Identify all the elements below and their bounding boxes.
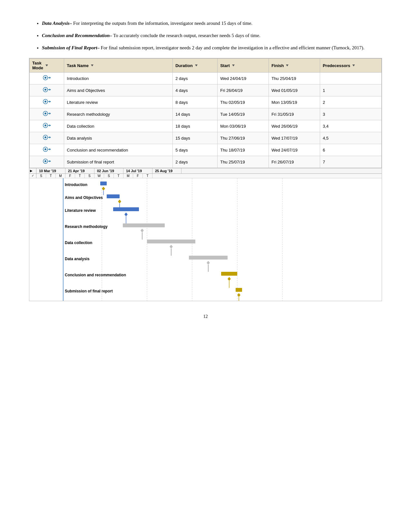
svg-marker-27 <box>49 148 51 150</box>
gantt-table: TaskMode Task Name Duration Start Finish… <box>29 58 382 168</box>
svg-marker-11 <box>49 101 51 103</box>
gantt-table-container: TaskMode Task Name Duration Start Finish… <box>29 58 382 168</box>
task-finish-cell: Wed 01/05/19 <box>269 84 320 96</box>
diamond-8 <box>237 293 240 297</box>
svg-point-5 <box>44 89 46 91</box>
task-duration-cell: 8 days <box>173 96 218 108</box>
task-finish-cell: Mon 13/05/19 <box>269 96 320 108</box>
svg-marker-23 <box>49 136 51 138</box>
svg-point-17 <box>44 124 46 126</box>
task-name-cell: Introduction <box>64 73 173 84</box>
svg-marker-15 <box>49 113 51 114</box>
svg-marker-7 <box>49 89 51 91</box>
chart-label-4: Research methodology <box>65 224 108 229</box>
gantt-month-header: ▶ 10 Mar '19 21 Apr '19 02 Jun '19 14 Ju… <box>29 168 382 174</box>
task-finish-cell: Wed 17/07/19 <box>269 132 320 144</box>
task-start-cell: Thu 27/06/19 <box>218 132 269 144</box>
task-start-cell: Thu 18/07/19 <box>218 144 269 156</box>
bullet-item-2: Conclusion and Recommendation– To accura… <box>42 32 382 39</box>
day-f1: F <box>65 174 75 178</box>
day-t3: T <box>114 174 123 178</box>
bullet-1-text: For interpreting the outputs from the in… <box>73 21 252 26</box>
table-row: Literature review8 daysThu 02/05/19Mon 1… <box>30 96 382 108</box>
diamond-1 <box>102 187 105 191</box>
gantt-chart-area: ▶ 10 Mar '19 21 Apr '19 02 Jun '19 14 Ju… <box>29 168 382 301</box>
gantt-day-row: ✓ S T M F T S W S T M F T <box>29 174 382 178</box>
task-pred-cell: 7 <box>320 156 382 168</box>
diamond-3 <box>124 212 128 216</box>
svg-point-25 <box>44 148 46 150</box>
task-duration-cell: 5 days <box>173 144 218 156</box>
gantt-corner: ▶ <box>29 168 36 173</box>
task-duration-cell: 2 days <box>173 73 218 84</box>
task-start-cell: Wed 24/04/19 <box>218 73 269 84</box>
table-row: Introduction2 daysWed 24/04/19Thu 25/04/… <box>30 73 382 84</box>
task-mode-cell <box>30 108 64 120</box>
table-row: Research methodology14 daysTue 14/05/19F… <box>30 108 382 120</box>
task-mode-cell <box>30 144 64 156</box>
page-number: 12 <box>29 314 382 319</box>
svg-point-9 <box>44 101 46 103</box>
chart-label-3: Literature review <box>65 208 96 213</box>
svg-point-1 <box>44 77 46 79</box>
th-duration: Duration <box>173 59 218 73</box>
day-s1: S <box>36 174 46 178</box>
task-pred-cell: 4,5 <box>320 132 382 144</box>
bullet-3-bold: Submission of Final Report– <box>42 45 100 50</box>
chart-label-5: Data collection <box>65 241 92 245</box>
bullet-list: Data Analysis– For interpreting the outp… <box>29 19 382 52</box>
table-row: Submission of final report2 daysThu 25/0… <box>30 156 382 168</box>
day-row-corner: ✓ <box>29 174 36 178</box>
task-name-cell: Literature review <box>64 96 173 108</box>
table-row: Conclusion and recommendation5 daysThu 1… <box>30 144 382 156</box>
bar-3 <box>113 207 139 211</box>
diamond-7 <box>228 277 231 281</box>
month-1: 10 Mar '19 <box>36 168 65 173</box>
task-start-cell: Thu 02/05/19 <box>218 96 269 108</box>
chart-label-6: Data analysis <box>65 257 90 261</box>
month-4: 14 Jul '19 <box>123 168 152 173</box>
bullet-2-bold: Conclusion and Recommendation– <box>42 33 112 38</box>
table-row: Data collection18 daysMon 03/06/19Wed 26… <box>30 120 382 132</box>
task-start-cell: Fri 26/04/19 <box>218 84 269 96</box>
bullet-item-1: Data Analysis– For interpreting the outp… <box>42 19 382 27</box>
task-mode-cell <box>30 96 64 108</box>
svg-point-13 <box>44 113 46 114</box>
bar-6 <box>189 256 228 260</box>
bar-5 <box>147 240 195 243</box>
task-name-cell: Data collection <box>64 120 173 132</box>
day-s3: S <box>104 174 114 178</box>
task-finish-cell: Wed 24/07/19 <box>269 144 320 156</box>
task-pred-cell <box>320 73 382 84</box>
task-name-cell: Aims and Objectives <box>64 84 173 96</box>
task-duration-cell: 4 days <box>173 84 218 96</box>
day-t4: T <box>143 174 152 178</box>
task-mode-cell <box>30 84 64 96</box>
diamond-5 <box>170 245 173 249</box>
th-start: Start <box>218 59 269 73</box>
day-f2: F <box>133 174 143 178</box>
table-row: Data analysis15 daysThu 27/06/19Wed 17/0… <box>30 132 382 144</box>
task-duration-cell: 15 days <box>173 132 218 144</box>
task-mode-cell <box>30 132 64 144</box>
day-w1: W <box>94 174 104 178</box>
bar-1 <box>100 182 107 185</box>
bullet-3-text: For final submission report, investigato… <box>101 45 365 50</box>
diamond-2 <box>118 200 121 203</box>
bar-8 <box>236 288 242 292</box>
task-finish-cell: Wed 26/06/19 <box>269 120 320 132</box>
day-m2: M <box>123 174 133 178</box>
th-finish: Finish <box>269 59 320 73</box>
chart-label-2: Aims and Objectives <box>65 195 103 200</box>
task-finish-cell: Thu 25/04/19 <box>269 73 320 84</box>
svg-point-21 <box>44 136 46 138</box>
svg-marker-31 <box>49 160 51 162</box>
gantt-svg: Introduction Aims and Objectives Literat… <box>31 178 382 301</box>
task-mode-cell <box>30 73 64 84</box>
task-duration-cell: 14 days <box>173 108 218 120</box>
task-name-cell: Data analysis <box>64 132 173 144</box>
month-2: 21 Apr '19 <box>65 168 94 173</box>
day-s2: S <box>85 174 94 178</box>
diamond-6 <box>207 261 210 265</box>
month-5: 25 Aug '19 <box>152 168 181 173</box>
